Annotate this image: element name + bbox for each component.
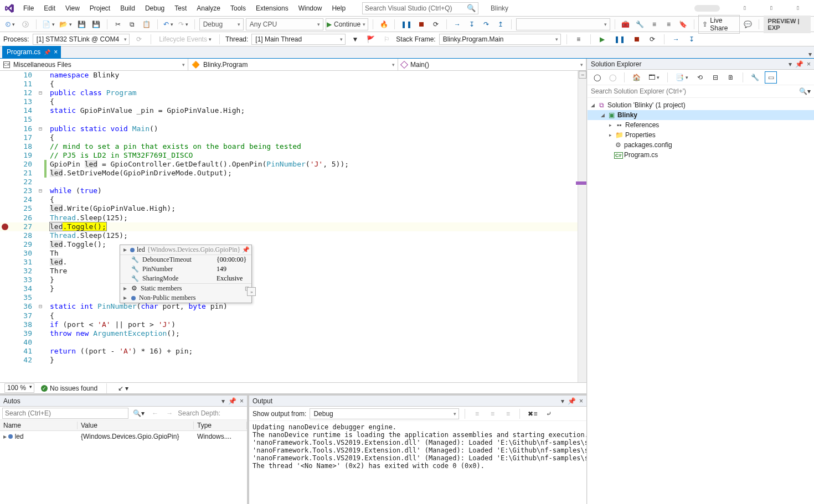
close-panel-icon[interactable]: × (807, 60, 811, 68)
code-line[interactable]: 19 // PJ5 is LD2 in STM32F769I_DISCO (0, 151, 578, 160)
pin-panel-icon[interactable]: 📌 (228, 397, 236, 405)
code-line[interactable]: 39 throw new ArgumentException(); (0, 329, 578, 338)
back-button[interactable] (3, 18, 17, 30)
copy-button[interactable]: ⧉ (126, 18, 138, 30)
document-tab-program-cs[interactable]: Program.cs 📌 × (2, 46, 61, 58)
code-line[interactable]: 26 Thread.Sleep(125); (0, 214, 578, 222)
split-editor-icon[interactable]: − (579, 71, 586, 79)
tab-overflow-icon[interactable]: ▾ (808, 50, 812, 58)
cycle-process-button[interactable]: ⟳ (133, 33, 145, 45)
code-line[interactable]: 41 return ((port - 'A') * 16) + pin; (0, 347, 578, 356)
prev-message-button[interactable]: ≡ (486, 408, 498, 420)
preview-selected-icon[interactable]: ▭ (765, 71, 777, 84)
lifecycle-events-button[interactable]: Lifecycle Events (157, 33, 214, 45)
solution-platform-combo[interactable]: Any CPU (246, 18, 323, 30)
cut-button[interactable]: ✂ (112, 18, 124, 30)
datatip-category[interactable]: ▸⚙Static members ⊡ (120, 283, 251, 293)
code-line[interactable]: 25 led.Write(GpioPinValue.High); (0, 204, 578, 213)
code-line[interactable]: 23⊟ while (true) (0, 186, 578, 195)
switch-view-icon[interactable]: 🗔 (646, 71, 662, 84)
find-message-button[interactable]: ≡ (471, 408, 483, 420)
menu-debug[interactable]: Debug (141, 2, 169, 14)
expand-icon[interactable]: ▸ (122, 246, 128, 254)
code-line[interactable]: 12⊟ public class Program (0, 89, 578, 97)
menu-extensions[interactable]: Extensions (251, 2, 293, 14)
save-all-button[interactable]: 💾 (90, 18, 102, 30)
close-tab-icon[interactable]: × (54, 48, 58, 56)
overview-scrollbar[interactable]: − (578, 71, 586, 382)
code-line[interactable]: 20 GpioPin led = GpioController.GetDefau… (0, 160, 578, 169)
solution-config-combo[interactable]: Debug (199, 18, 244, 30)
code-line[interactable]: 27 led.Toggle(); (0, 222, 578, 231)
show-next-statement-button[interactable]: → (451, 18, 463, 30)
code-line[interactable]: 28 Thread.Sleep(125); (0, 231, 578, 240)
clear-output-button[interactable]: ✖≡ (526, 408, 539, 420)
member-scope-combo[interactable]: Main() (398, 59, 586, 70)
toggle-wrap-button[interactable]: ⤶ (543, 408, 555, 420)
redo-button[interactable]: ↷ (177, 18, 190, 30)
thread-combo[interactable]: [1] Main Thread (251, 34, 346, 45)
next-message-button[interactable]: ≡ (502, 408, 514, 420)
restart-button[interactable]: ⟳ (430, 18, 442, 30)
col-value-header[interactable]: Value (78, 422, 194, 429)
hot-reload-button[interactable]: 🔥 (378, 18, 390, 30)
step-over-button[interactable]: ↷ (480, 18, 492, 30)
run-button[interactable]: ▶ (596, 33, 609, 45)
menu-analyze[interactable]: Analyze (192, 2, 225, 14)
code-line[interactable]: 33 } (0, 276, 578, 284)
code-line[interactable]: 34 } (0, 284, 578, 293)
code-line[interactable]: 16⊟ public static void Main() (0, 124, 578, 133)
code-line[interactable]: 30 Th (0, 249, 578, 258)
datatip-property-row[interactable]: 🔧PinNumber149 (120, 264, 251, 274)
col-type-header[interactable]: Type (194, 422, 247, 429)
code-line[interactable]: 38 if (port < 'A' || port > 'J') (0, 320, 578, 329)
code-line[interactable]: 31 led. (0, 258, 578, 267)
home-icon[interactable]: 🏠 (630, 71, 643, 84)
packages-config-node[interactable]: ⚙ packages.config (588, 140, 814, 150)
minimize-button[interactable]:  (732, 0, 758, 17)
menu-window[interactable]: Window (294, 2, 327, 14)
paste-button[interactable]: 📋 (141, 18, 153, 30)
close-panel-icon[interactable]: × (240, 397, 244, 405)
step-into-button[interactable]: ↧ (466, 18, 478, 30)
collapse-all-icon[interactable]: ⊟ (709, 71, 722, 84)
properties-button[interactable]: 🔧 (634, 18, 646, 30)
continue-button[interactable]: ▶ Continue ▾ (326, 18, 369, 30)
project-node[interactable]: ◢ ▣ Blinky (588, 110, 814, 120)
properties-node[interactable]: ▸ 📁 Properties (588, 130, 814, 140)
comment-out-button[interactable]: ≡ (648, 18, 661, 30)
search-icon[interactable]: 🔍▾ (796, 85, 814, 97)
menu-file[interactable]: File (19, 2, 38, 14)
class-scope-combo[interactable]: 🔶 Blinky.Program (188, 59, 398, 70)
step-into-button-2[interactable]: ↧ (686, 33, 698, 45)
code-line[interactable]: 37 { (0, 311, 578, 320)
code-line[interactable]: 35 (0, 293, 578, 302)
menu-tools[interactable]: Tools (226, 2, 250, 14)
pin-tab-icon[interactable]: 📌 (44, 49, 50, 55)
code-line[interactable]: 40 (0, 338, 578, 347)
pin-datatip-icon[interactable]: 📌 (242, 246, 250, 253)
flag-thread-button[interactable]: 🚩 (364, 33, 377, 45)
step-out-button[interactable]: ↥ (494, 18, 507, 30)
breakpoint-icon[interactable] (2, 224, 8, 230)
code-line[interactable]: 10namespace Blinky (0, 71, 578, 80)
output-text[interactable]: Updating nanoDevice debugger engine. The… (249, 421, 586, 472)
datatip-expand-icon[interactable]: » (247, 287, 256, 296)
pause-button[interactable]: ❚❚ (612, 33, 627, 45)
code-line[interactable]: 29 led.Toggle(); (0, 240, 578, 249)
code-line[interactable]: 13 { (0, 97, 578, 106)
restart-button-2[interactable]: ⟳ (646, 33, 658, 45)
menu-build[interactable]: Build (116, 2, 140, 14)
break-all-button[interactable]: ❚❚ (399, 18, 413, 30)
flag-all-button[interactable]: ⚐ (380, 33, 393, 45)
flag-filter-button[interactable]: ▼ (349, 33, 361, 45)
autos-search-input[interactable] (2, 408, 128, 419)
bookmark-button[interactable]: 🔖 (677, 18, 689, 30)
feedback-button[interactable]: 💬 (742, 18, 754, 30)
close-button[interactable]:  (785, 0, 811, 17)
show-all-files-icon[interactable]: 🗎 (725, 71, 737, 84)
stack-frame-combo[interactable]: Blinky.Program.Main (439, 34, 561, 45)
col-name-header[interactable]: Name (0, 422, 78, 429)
open-file-button[interactable]: 📂 (58, 18, 73, 30)
code-line[interactable]: 11{ (0, 80, 578, 89)
